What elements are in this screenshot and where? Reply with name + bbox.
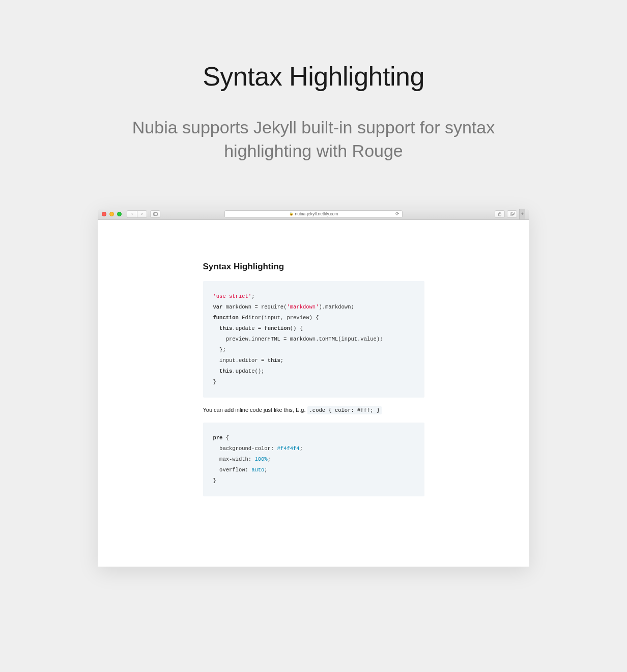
new-tab-button[interactable]: +	[519, 209, 525, 220]
back-button[interactable]: ‹	[127, 210, 137, 218]
minimize-icon[interactable]	[109, 212, 114, 216]
code-block-js: 'use strict';var markdown = require('mar…	[203, 281, 424, 398]
share-button[interactable]	[495, 210, 505, 218]
browser-window: ‹ › 🔒 nubia-jekyll.netlify.com ⟳	[98, 209, 529, 567]
window-controls	[102, 212, 122, 216]
page: Syntax Highlighting Nubia supports Jekyl…	[0, 0, 627, 567]
address-bar[interactable]: 🔒 nubia-jekyll.netlify.com ⟳	[224, 210, 403, 218]
lock-icon: 🔒	[289, 212, 294, 216]
svg-rect-4	[510, 213, 513, 215]
page-title: Syntax Highlighting	[84, 61, 543, 92]
chevron-left-icon: ‹	[131, 211, 133, 216]
inline-paragraph: You can add inline code just like this, …	[203, 407, 424, 413]
article-heading: Syntax Highlighting	[203, 262, 424, 272]
tabs-icon	[510, 212, 515, 216]
inline-text: You can add inline code just like this, …	[203, 407, 307, 413]
reload-icon[interactable]: ⟳	[395, 211, 400, 216]
hero-section: Syntax Highlighting Nubia supports Jekyl…	[84, 61, 543, 163]
article: Syntax Highlighting 'use strict';var mar…	[203, 262, 424, 496]
sidebar-icon	[153, 212, 158, 216]
sidebar-toggle-button[interactable]	[150, 210, 160, 218]
browser-viewport: Syntax Highlighting 'use strict';var mar…	[98, 220, 529, 567]
maximize-icon[interactable]	[117, 212, 122, 216]
page-subtitle: Nubia supports Jekyll built-in support f…	[130, 116, 497, 163]
url-text: nubia-jekyll.netlify.com	[295, 211, 338, 216]
forward-button[interactable]: ›	[137, 210, 147, 218]
code-block-css: pre { background-color: #f4f4f4; max-wid…	[203, 423, 424, 496]
browser-toolbar: ‹ › 🔒 nubia-jekyll.netlify.com ⟳	[98, 209, 529, 220]
tabs-button[interactable]	[507, 210, 517, 218]
share-icon	[498, 212, 502, 216]
chevron-right-icon: ›	[141, 211, 143, 216]
close-icon[interactable]	[102, 212, 106, 216]
inline-code: .code { color: #fff; }	[307, 406, 382, 414]
svg-rect-0	[153, 212, 157, 215]
nav-buttons: ‹ ›	[127, 210, 147, 218]
toolbar-right: +	[493, 209, 525, 220]
plus-icon: +	[521, 211, 524, 216]
svg-rect-5	[511, 212, 514, 215]
